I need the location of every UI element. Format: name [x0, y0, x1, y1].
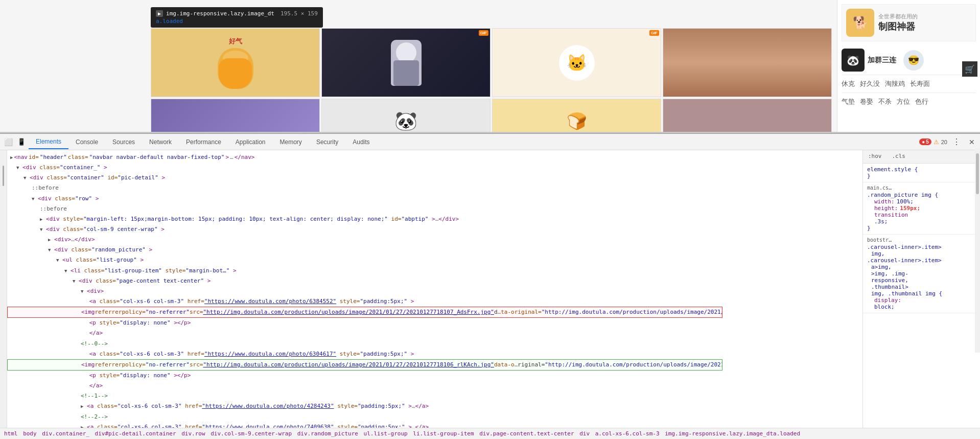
dom-line-a4[interactable]: ▶ <a class="col-xs-6 col-sm-3" href="htt… — [7, 422, 722, 428]
device-toolbar-btn[interactable]: 📱 — [15, 136, 28, 148]
dom-line-before2: ::before — [7, 204, 862, 214]
tooltip-extra: a.loaded — [156, 18, 318, 25]
dom-line-row[interactable]: ▼ <div class="row" > — [7, 194, 862, 204]
tooltip-dims: 195.5 × 159 — [281, 10, 318, 17]
warn-count-badge: 20 — [941, 139, 947, 145]
ad-panda-row: 🐼 加群三连 😎 — [842, 45, 976, 75]
image-cell-face2[interactable] — [663, 99, 832, 132]
dom-line-ul[interactable]: ▼ <ul class="list-group" > — [7, 255, 862, 265]
tag-1[interactable]: 休克 — [842, 79, 855, 88]
devtools-right-controls: ●5 ⚠ 20 ⋮ ✕ — [919, 136, 978, 148]
dom-tree-panel[interactable]: ▶ <nav id="header" class="navbar navbar-… — [7, 150, 862, 428]
breadcrumb-div-pic-detail[interactable]: div#pic-detail.container — [95, 430, 176, 437]
dom-line-inner-div[interactable]: ▼ <div> — [7, 286, 862, 296]
styles-tab-hov[interactable]: :hov — [863, 150, 887, 163]
tab-security[interactable]: Security — [309, 135, 345, 149]
tag-6[interactable]: 卷娶 — [860, 97, 873, 106]
styles-tabs-row: :hov .cls — [863, 150, 980, 164]
styles-scrollbar[interactable] — [975, 150, 980, 353]
image-cell-anime[interactable]: GIF — [321, 28, 491, 97]
close-devtools-btn[interactable]: ✕ — [966, 137, 978, 147]
tag-5[interactable]: 气垫 — [842, 97, 855, 106]
ad-tag-row1: 休克 好久没 淘辣鸡 长寿面 — [842, 75, 976, 93]
dom-line-abptip[interactable]: ▶ <div style="margin-left: 15px;margin-b… — [7, 214, 569, 224]
devtools-toolbar: ⬜ 📱 Elements Console Sources Network Per… — [0, 134, 980, 150]
dom-line-container[interactable]: ▼ <div class="container" id="pic-detail"… — [7, 173, 862, 183]
tab-memory[interactable]: Memory — [273, 135, 309, 149]
tab-sources[interactable]: Sources — [105, 135, 142, 149]
webpage-content: ▶ img.img-responsive.lazy.image_dt 195.5… — [0, 0, 837, 132]
tab-elements[interactable]: Elements — [29, 135, 68, 149]
tab-network[interactable]: Network — [142, 135, 179, 149]
dom-line-a3[interactable]: ▶ <a class="col-xs-6 col-sm-3" href="htt… — [7, 401, 722, 411]
styles-selector-element: element.style { — [867, 166, 976, 173]
tag-3[interactable]: 淘辣鸡 — [885, 79, 905, 88]
tab-console[interactable]: Console — [68, 135, 105, 149]
image-cell-purple[interactable] — [151, 99, 320, 132]
dom-line-div-ellipsis[interactable]: ▶ <div>…</div> — [7, 235, 862, 245]
dom-line-img1[interactable]: <img referrerpolicy="no-referrer" src="h… — [7, 307, 722, 318]
breadcrumb-div-row[interactable]: div.row — [181, 430, 205, 437]
tab-audits[interactable]: Audits — [345, 135, 377, 149]
styles-prop-width: width: 100%; — [867, 198, 976, 205]
styles-file-bootstrap: bootstr… — [867, 237, 976, 243]
dom-line-col-sm-9[interactable]: ▼ <div class="col-sm-9 center-wrap" > — [7, 224, 862, 235]
breadcrumb-div-col[interactable]: div.col-sm-9.center-wrap — [211, 430, 292, 437]
tab-application[interactable]: Application — [228, 135, 273, 149]
image-cell-food[interactable]: 🍞 — [492, 99, 661, 132]
styles-section-main: main.cs… .random_picture img { width: 10… — [863, 182, 980, 235]
breadcrumb-body[interactable]: body — [23, 430, 37, 437]
dom-line-img2[interactable]: <img referrerpolicy="no-referrer" src="h… — [7, 359, 722, 371]
tag-4[interactable]: 长寿面 — [910, 79, 930, 88]
dom-line-p2[interactable]: <p style="display: none" ></p> — [7, 371, 862, 381]
styles-tab-cls[interactable]: .cls — [887, 150, 911, 163]
breadcrumb-img[interactable]: img.img-responsive.lazy.image_dta.loaded — [665, 430, 800, 437]
dom-line-container-[interactable]: ▼ <div class="container_" > — [7, 163, 862, 173]
tag-2[interactable]: 好久没 — [860, 79, 880, 88]
inspect-element-btn[interactable]: ⬜ — [2, 136, 14, 148]
devtools-breadcrumb: html body div.container_ div#pic-detail.… — [0, 428, 980, 439]
tab-performance[interactable]: Performance — [179, 135, 228, 149]
error-count-badge: ●5 — [919, 138, 931, 145]
styles-selector-random-pic: .random_picture img { — [867, 192, 976, 198]
tag-9[interactable]: 色行 — [915, 97, 928, 106]
more-options-btn[interactable]: ⋮ — [949, 136, 964, 148]
breadcrumb-ul[interactable]: ul.list-group — [364, 430, 408, 437]
image-cell-fatman[interactable]: 好气 — [151, 28, 320, 97]
breadcrumb-div-random[interactable]: div.random_picture — [297, 430, 358, 437]
dom-line-comment1: <!--1--> — [7, 391, 862, 401]
dom-line-page-content[interactable]: ▼ <div class="page-content text-center" … — [7, 276, 862, 286]
dom-line-p1[interactable]: <p style="display: none" ></p> — [7, 318, 862, 328]
breadcrumb-div-container[interactable]: div.container_ — [42, 430, 89, 437]
dom-line-a2[interactable]: <a class="col-xs-6 col-sm-3" href="https… — [7, 349, 722, 359]
ad-small-text: 全世界都在用的 — [878, 13, 918, 20]
devtools-tabs: Elements Console Sources Network Perform… — [29, 135, 918, 149]
tag-7[interactable]: 不杀 — [878, 97, 892, 106]
breadcrumb-a[interactable]: a.col-xs-6.col-sm-3 — [595, 430, 660, 437]
image-cell-cat[interactable]: GIF 🐱 — [492, 28, 661, 97]
image-cell-woman[interactable] — [663, 28, 832, 97]
breadcrumb-div-inner[interactable]: div — [579, 430, 590, 437]
styles-prop-height: height: 159px; — [867, 205, 976, 212]
shiba-avatar: 🐕 — [846, 9, 874, 37]
dom-line-li[interactable]: ▼ <li class="list-group-item" style="mar… — [7, 266, 569, 276]
dom-line-a1[interactable]: <a class="col-xs-6 col-sm-3" href="https… — [7, 296, 722, 307]
ad-sidebar: 🐕 全世界都在用的 制图神器 🐼 加群三连 😎 休克 好久没 淘辣鸡 长寿面 气… — [837, 0, 980, 132]
image-grid: 好气 GIF GIF 🐱 — [0, 0, 837, 132]
dom-line-random-picture[interactable]: ▼ <div class="random_picture" > — [7, 245, 862, 255]
breadcrumb-html[interactable]: html — [4, 430, 18, 437]
triangle-icon: ⚠ — [934, 138, 939, 146]
styles-prop-transition: transition — [867, 212, 976, 218]
image-cell-panda[interactable]: 🐼 — [321, 99, 491, 132]
dom-line-nav[interactable]: ▶ <nav id="header" class="navbar navbar-… — [7, 152, 862, 163]
tooltip-text: img.img-responsive.lazy.image_dt — [166, 10, 274, 17]
dom-line-close-a2[interactable]: </a> — [7, 381, 862, 391]
devtools-panel: ⬜ 📱 Elements Console Sources Network Per… — [0, 133, 980, 439]
tag-8[interactable]: 方位 — [897, 97, 910, 106]
breadcrumb-li[interactable]: li.list-group-item — [413, 430, 474, 437]
ad-tag-row2: 气垫 卷娶 不杀 方位 色行 — [842, 93, 976, 110]
breadcrumb-div-page-content[interactable]: div.page-content.text-center — [479, 430, 574, 437]
dom-line-close-a1[interactable]: </a> — [7, 328, 862, 338]
cart-icon[interactable]: 🛒 — [962, 61, 977, 77]
styles-panel: :hov .cls element.style { } main.cs… .ra… — [862, 150, 980, 428]
